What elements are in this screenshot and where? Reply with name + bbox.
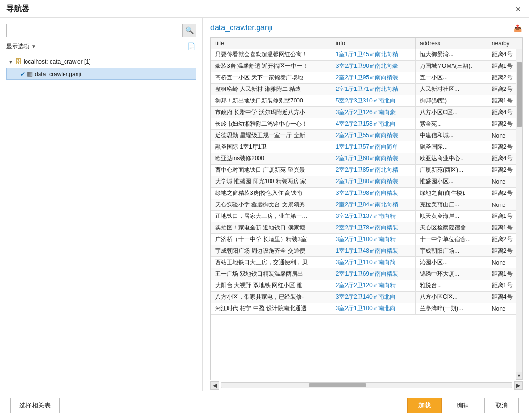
cell-title: 绿地之窗精装3房|拎包入住|高铁南 bbox=[211, 188, 332, 199]
table-row[interactable]: 豪装3房 温馨舒适 近开福区一中一！3室2厅1卫90㎡南北向豪万国城MOMA(三… bbox=[211, 61, 522, 72]
table-row[interactable]: 正地铁口，居家大三房，业主第一…3室2厅1卫137㎡南向精顺天黄金海岸...距离… bbox=[211, 211, 522, 222]
right-header: data_crawler.ganji 📤 bbox=[210, 23, 523, 33]
table-row[interactable]: 湘江时代 柏宁 中盈 设计院南北通透3室2厅1卫100㎡南北向兰亭湾畔(一期).… bbox=[211, 303, 522, 315]
table-row[interactable]: 整租窑岭 人民新村 湘雅附二 精装2室1厅1卫71㎡南北向精人民新村社区...距… bbox=[211, 84, 522, 95]
table-row[interactable]: 绿地之窗精装3房|拎包入住|高铁南3室2厅1卫98㎡南向精装绿地之窗(商住楼).… bbox=[211, 188, 522, 199]
table-row[interactable]: 市政府 长郡中学 沃尔玛附近八方小3室2厅2卫126㎡南向豪八方小区C区...距… bbox=[211, 107, 522, 118]
table-row[interactable]: 宇成朝阳广场 周边设施齐全 交通便1室1厅1卫48㎡南向精装宇成朝阳广场...距… bbox=[211, 245, 522, 257]
cell-info: 3室2厅1卫110㎡南向简 bbox=[332, 257, 415, 268]
display-options-button[interactable]: 显示选项 ▼ bbox=[6, 42, 36, 51]
cell-info: 3室2厅1卫98㎡南向精装 bbox=[332, 188, 415, 199]
table-row[interactable]: 大阳台 大视野 双地铁 网红小区 雅2室2厅2卫120㎡南向精雅悦台...距离1… bbox=[211, 280, 522, 292]
table-row[interactable]: 只要你看就会喜欢超温馨网红公寓！1室1厅1卫45㎡南北向精恒大御景湾...距离4… bbox=[211, 49, 522, 61]
cell-address: 绿地之窗(商住楼). bbox=[416, 188, 488, 199]
scroll-thumb[interactable] bbox=[517, 62, 522, 127]
cell-address: 克拉美丽山庄... bbox=[416, 199, 488, 211]
cell-title: 西站正地铁口大三房，交通便利，贝 bbox=[211, 257, 332, 268]
tree-parent-label: localhost: data_crawler [1] bbox=[24, 58, 90, 65]
cell-address: 兰亭湾畔(一期)... bbox=[416, 303, 488, 315]
cell-address: 中建信和城... bbox=[416, 130, 488, 141]
cell-info: 1室1厅1卫45㎡南北向精 bbox=[332, 49, 415, 61]
cell-info: 2室1厅1卫60㎡南向精装 bbox=[332, 153, 415, 165]
cell-title: 欧亚达ins装修2000 bbox=[211, 153, 332, 165]
tree-area: ▼ 🗄 localhost: data_crawler [1] ✔ ▦ data… bbox=[6, 56, 196, 391]
cell-info: 3室2厅1卫100㎡南北向 bbox=[332, 303, 415, 315]
select-related-table-button[interactable]: 选择相关表 bbox=[10, 398, 60, 413]
cell-info: 2室2厅2卫120㎡南向精 bbox=[332, 280, 415, 292]
cell-title: 御邦！新出地铁口新装修别墅7000 bbox=[211, 95, 332, 107]
table-row[interactable]: 高桥五一小区 天下一家锦泰广场地2室2厅1卫95㎡南向精装五一小区...距离2号 bbox=[211, 72, 522, 84]
table-row[interactable]: 五一广场 双地铁口精装温馨两房出2室1厅1卫69㎡南向精装锦绣中环大厦...距离… bbox=[211, 268, 522, 280]
table-row[interactable]: 实拍图！家电全新 近地铁口 侯家塘2室2厅1卫78㎡南向精装天心区检察院宿舍..… bbox=[211, 222, 522, 234]
table-icon: ▦ bbox=[27, 70, 33, 77]
main-content: 🔍 显示选项 ▼ 📄 ▼ 🗄 localhost: data_crawler [… bbox=[0, 18, 529, 391]
cell-title: 广济桥（十一中学 长墙里）精装3室 bbox=[211, 234, 332, 245]
data-table-wrapper[interactable]: titleinfoaddressnearby 只要你看就会喜欢超温馨网红公寓！1… bbox=[210, 37, 523, 380]
table-row[interactable]: 御邦！新出地铁口新装修别墅70005室2厅3卫310㎡南北向.御邦(别墅)...… bbox=[211, 95, 522, 107]
table-row[interactable]: 长岭市妇幼湘雅附二鸿铭中心一心！4室2厅2卫158㎡南北向紫金苑...距离2号 bbox=[211, 118, 522, 130]
table-row[interactable]: 融圣国际 1室1厅1卫1室1厅1卫57㎡南向简单融圣国际...距离2号 bbox=[211, 141, 522, 153]
cell-info: 2室1厅1卫80㎡南向精装 bbox=[332, 176, 415, 188]
cell-title: 大阳台 大视野 双地铁 网红小区 雅 bbox=[211, 280, 332, 292]
cell-info: 5室2厅3卫310㎡南北向. bbox=[332, 95, 415, 107]
cancel-button[interactable]: 取消 bbox=[484, 398, 519, 413]
cell-address: 五一小区... bbox=[416, 72, 488, 84]
cell-address: 万国城MOMA(三期). bbox=[416, 61, 488, 72]
tree-parent-item[interactable]: ▼ 🗄 localhost: data_crawler [1] bbox=[6, 56, 196, 67]
column-header-nearby: nearby bbox=[488, 38, 522, 49]
tree-child-label: data_crawler.ganji bbox=[35, 71, 81, 77]
window-controls: — ✕ bbox=[502, 5, 523, 13]
cell-address: 紫金苑... bbox=[416, 118, 488, 130]
search-input[interactable] bbox=[6, 24, 183, 37]
vertical-scrollbar[interactable]: ▲ ▼ bbox=[516, 38, 522, 380]
cell-address: 广厦新苑(西区)... bbox=[416, 165, 488, 176]
cell-title: 正地铁口，居家大三房，业主第一… bbox=[211, 211, 332, 222]
minimize-button[interactable]: — bbox=[502, 5, 510, 13]
header-row: titleinfoaddressnearby bbox=[211, 38, 522, 49]
display-options-row: 显示选项 ▼ 📄 bbox=[6, 41, 196, 51]
cell-info: 3室2厅1卫137㎡南向精 bbox=[332, 211, 415, 222]
right-panel-title: data_crawler.ganji bbox=[210, 24, 272, 32]
edit-button[interactable]: 编辑 bbox=[446, 398, 480, 413]
cell-title: 市政府 长郡中学 沃尔玛附近八方小 bbox=[211, 107, 332, 118]
display-options-label: 显示选项 bbox=[6, 42, 29, 51]
table-row[interactable]: 广济桥（十一中学 长墙里）精装3室3室2厅1卫100㎡南向精十一中学单位宿舍..… bbox=[211, 234, 522, 245]
cell-title: 融圣国际 1室1厅1卫 bbox=[211, 141, 332, 153]
table-row[interactable]: 西中心对面地铁口 广厦新苑 望兴景2室2厅1卫85㎡南北向精广厦新苑(西区)..… bbox=[211, 165, 522, 176]
table-row[interactable]: 天心实验小学 鑫远御文台 文景颂秀2室2厅1卫84㎡南北向精克拉美丽山庄...N… bbox=[211, 199, 522, 211]
cell-title: 八方小区，带家具家电，已经装修- bbox=[211, 292, 332, 303]
hscroll-track[interactable] bbox=[221, 382, 512, 388]
cell-address: 沁园小区... bbox=[416, 257, 488, 268]
table-row[interactable]: 大学城 惟盛园 阳光100 精装两房 家2室1厅1卫80㎡南向精装惟盛园小区..… bbox=[211, 176, 522, 188]
load-button[interactable]: 加载 bbox=[407, 398, 442, 413]
tree-child-item[interactable]: ✔ ▦ data_crawler.ganji bbox=[6, 68, 196, 80]
cell-address: 八方小区C区... bbox=[416, 292, 488, 303]
cell-title: 近德思勤 星耀级正规一室一厅 全新 bbox=[211, 130, 332, 141]
cell-address: 融圣国际... bbox=[416, 141, 488, 153]
left-panel: 🔍 显示选项 ▼ 📄 ▼ 🗄 localhost: data_crawler [… bbox=[0, 18, 203, 391]
cell-address: 顺天黄金海岸... bbox=[416, 211, 488, 222]
close-button[interactable]: ✕ bbox=[514, 5, 523, 13]
cell-address: 宇成朝阳广场... bbox=[416, 245, 488, 257]
cell-title: 豪装3房 温馨舒适 近开福区一中一！ bbox=[211, 61, 332, 72]
file-icon-button[interactable]: 📄 bbox=[186, 41, 196, 51]
cell-info: 1室1厅1卫57㎡南向简单 bbox=[332, 141, 415, 153]
table-row[interactable]: 八方小区，带家具家电，已经装修-3室2厅2卫140㎡南北向八方小区C区...距离… bbox=[211, 292, 522, 303]
table-row[interactable]: 近德思勤 星耀级正规一室一厅 全新2室2厅1卫55㎡南向精装中建信和城...No… bbox=[211, 130, 522, 141]
search-button[interactable]: 🔍 bbox=[183, 24, 196, 37]
cell-title: 五一广场 双地铁口精装温馨两房出 bbox=[211, 268, 332, 280]
cell-address: 恒大御景湾... bbox=[416, 49, 488, 61]
column-header-info: info bbox=[332, 38, 415, 49]
scroll-right-button[interactable]: ▶ bbox=[514, 381, 523, 390]
table-body: 只要你看就会喜欢超温馨网红公寓！1室1厅1卫45㎡南北向精恒大御景湾...距离4… bbox=[211, 49, 522, 315]
search-row: 🔍 bbox=[6, 24, 196, 37]
scroll-left-button[interactable]: ◀ bbox=[210, 381, 219, 390]
cell-info: 2室1厅1卫69㎡南向精装 bbox=[332, 268, 415, 280]
table-row[interactable]: 欧亚达ins装修20002室1厅1卫60㎡南向精装欧亚达商业中心...距离4号 bbox=[211, 153, 522, 165]
footer-right-buttons: 加载 编辑 取消 bbox=[407, 398, 519, 413]
export-button[interactable]: 📤 bbox=[512, 23, 523, 33]
table-row[interactable]: 西站正地铁口大三房，交通便利，贝3室2厅1卫110㎡南向简沁园小区...None bbox=[211, 257, 522, 268]
cell-title: 高桥五一小区 天下一家锦泰广场地 bbox=[211, 72, 332, 84]
scroll-down-button[interactable]: ▼ bbox=[516, 372, 523, 380]
hscroll-thumb[interactable] bbox=[309, 383, 367, 387]
